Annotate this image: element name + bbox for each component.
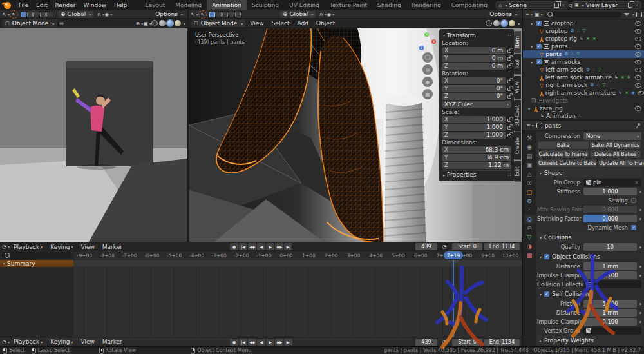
select-mode-new-icon[interactable] [209,12,215,17]
animate-dot-icon[interactable] [639,246,641,248]
distance-field[interactable]: 1 mm [583,262,637,270]
overlays-toggle-icon[interactable]: ▣▾ [143,20,151,27]
menu-playback[interactable]: Playback▾ [10,242,46,251]
self-collisions-header[interactable]: ▾ ✓ Self Collisions [537,290,641,299]
outliner-scope-icon[interactable]: ▣▾ [535,11,543,18]
proportional-editing-icon[interactable]: ◉▾ [327,11,334,18]
collision-collection-field[interactable] [583,280,641,288]
play-button[interactable]: ▶ [266,243,274,250]
jump-to-end-button[interactable]: ▶| [284,339,292,346]
new-scene-icon[interactable] [554,3,559,8]
rotation-x-field[interactable]: X0° [442,77,506,84]
self-distance-field[interactable]: 1 mm [583,309,637,317]
workspace-tab-compositing[interactable]: Compositing [446,0,493,10]
left-3d-viewport[interactable] [0,28,187,242]
shading-solid-icon[interactable] [159,20,166,26]
outliner-row-croptop-mesh[interactable]: ▽ croptop ⚙ ∴ ▽ [523,27,644,35]
tab-tool[interactable]: Tool [514,54,521,75]
outliner-row-left-arm-sock[interactable]: ▽ left arm sock ⚙ ∴ ▽ [523,66,644,74]
hide-eye-icon[interactable] [637,90,644,95]
editor-menus-icon[interactable]: ≡ [57,20,65,27]
outliner-row-pants-collection[interactable]: ▾✓ pants [523,43,644,50]
timeline-keyframe-area[interactable] [73,260,522,337]
vertex-group-field[interactable] [583,327,641,335]
tab-3d-coat[interactable]: 3D-Coat [514,100,521,132]
scene-selector[interactable]: △ ▾ Scene × [496,1,568,9]
animate-dot-icon[interactable] [639,312,641,314]
transform-orientation-dropdown[interactable]: ⊕ Global ▾ [280,11,316,18]
tab-modifiers[interactable]: ⚙ [524,197,535,206]
menu-marker[interactable]: Marker [99,337,126,346]
current-cache-to-bake-button[interactable]: Current Cache to Bake [538,159,597,167]
play-reverse-button[interactable]: ◀ [257,339,265,346]
auto-keying-stopwatch-icon[interactable]: ◔ [440,339,448,346]
new-view-layer-icon[interactable] [628,3,632,8]
lock-icon[interactable] [507,57,511,61]
new-collection-icon[interactable] [636,12,642,17]
camera-view-icon[interactable]: ◉ [422,77,433,87]
tab-texture[interactable]: ▩ [524,251,535,260]
start-frame-field[interactable]: Start0 [452,339,482,346]
bake-button[interactable]: Bake [538,141,589,149]
lock-icon[interactable] [507,134,511,137]
animate-dot-icon[interactable] [639,303,641,305]
drag-grip-icon[interactable]: ∷ [508,172,511,178]
collection-checkbox[interactable]: ✓ [536,59,542,64]
stiffness-field[interactable]: 1.000 [583,188,637,195]
lock-icon[interactable] [507,95,511,99]
menu-select[interactable]: Select [268,19,294,28]
tab-world[interactable]: ☉ [524,179,535,188]
hide-eye-icon[interactable] [634,44,641,49]
dimensions-x-field[interactable]: X68.3 cm [442,146,511,153]
impulse-clamping-field[interactable]: 0.100 [583,271,637,279]
active-tool-icon[interactable]: ↖ [198,10,207,19]
timeline-editor-icon[interactable]: ◔▾ [2,339,10,346]
hide-eye-icon[interactable] [634,52,641,57]
dimensions-y-field[interactable]: Y34.9 cm [442,154,511,161]
collection-checkbox[interactable] [531,98,536,103]
properties-editor-icon[interactable]: ≡▾ [526,122,534,129]
animate-dot-icon[interactable] [639,218,641,220]
scale-y-field[interactable]: Y1.000 [442,124,506,131]
tweak-tool-icon[interactable]: ↖▾ [2,11,10,18]
hide-eye-icon[interactable] [634,59,641,64]
compression-dropdown[interactable]: None▾ [583,132,641,140]
menu-view[interactable]: View [77,242,98,251]
select-mode-subtract-icon[interactable] [222,12,228,17]
tab-edit[interactable]: Edit [514,161,521,182]
select-mode-invert-icon[interactable] [229,12,234,17]
self-collisions-checkbox[interactable]: ✓ [544,291,549,297]
workspace-tab-shading[interactable]: Shading [372,0,406,10]
location-z-field[interactable]: Z0 m [442,63,506,70]
prev-keyframe-button[interactable]: ◀◆ [248,243,256,250]
tab-view-layer[interactable]: ▣ [524,161,535,170]
lock-icon[interactable] [507,50,511,53]
tab-item[interactable]: Item [514,31,521,53]
pan-hand-icon[interactable]: ⊕ [422,64,433,75]
menu-keying[interactable]: Keying▾ [46,242,77,251]
shading-material-icon[interactable] [167,20,173,26]
workspace-tab-sculpting[interactable]: Sculpting [247,0,284,10]
outliner-row-left-arm-sock-armature[interactable]: Y left arm sock armature ↳ × × [523,74,644,81]
transform-orientation-dropdown[interactable]: ⊕ Global ▾ [58,11,93,18]
workspace-tab-texture-paint[interactable]: Texture Paint [325,0,372,10]
start-frame-field[interactable]: Start0 [452,243,482,250]
workspace-tab-layout[interactable]: Layout [140,0,171,10]
tab-particles[interactable]: ∴ [524,206,535,215]
workspace-tab-uv-editing[interactable]: UV Editing [284,0,325,10]
menu-keying[interactable]: Keying▾ [46,337,77,346]
current-frame-field[interactable]: 439 [415,339,437,346]
tab-constraints[interactable]: ⊙ [524,224,535,233]
bake-all-dynamics-button[interactable]: Bake All Dynamics [590,141,641,149]
hide-eye-icon[interactable] [634,67,641,72]
workspace-tab-animation[interactable]: Animation [207,0,247,10]
lock-icon[interactable] [507,119,511,122]
select-mode-subtract-icon[interactable] [33,12,39,17]
mode-dropdown[interactable]: ▢ Object Mode ▾ [2,19,57,27]
lock-icon[interactable] [507,80,511,83]
menu-edit[interactable]: Edit [32,0,51,10]
update-all-to-frame-button[interactable]: Update All To Frame [598,159,644,167]
menu-window[interactable]: Window [80,0,111,10]
outliner-row-arm-socks-collection[interactable]: ▾✓ arm socks [523,58,644,66]
animate-dot-icon[interactable] [639,191,641,193]
